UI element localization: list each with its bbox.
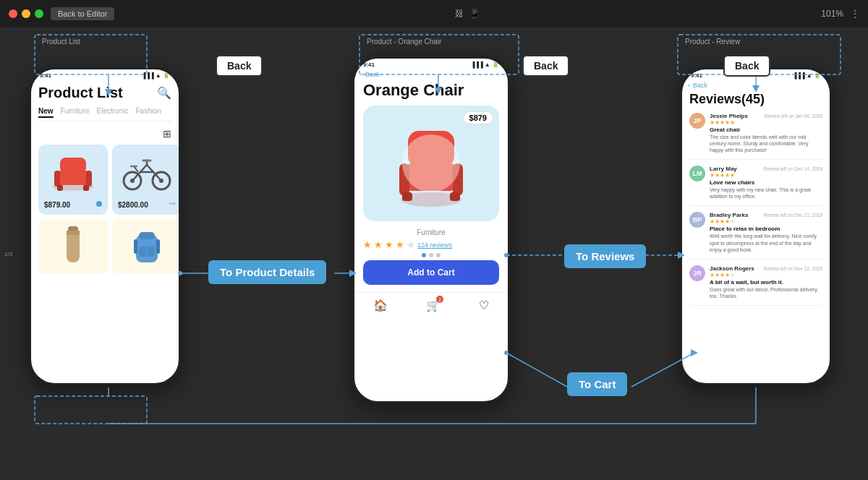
dot-indicator-chair — [96, 201, 102, 207]
svg-rect-45 — [67, 231, 80, 235]
svg-rect-9 — [35, 396, 147, 424]
phone-product-detail: 9:41 ▐▐▐ ▲ 🔋 ‹ Back Orange Chair — [352, 56, 510, 403]
review-text-4: Goes great with our decor. Professional … — [710, 286, 822, 299]
maximize-button[interactable] — [35, 9, 43, 18]
avatar-1: JP — [689, 113, 705, 129]
review-text-2: Very happy with my new chair. This is a … — [710, 187, 822, 200]
svg-rect-31 — [83, 185, 89, 191]
dot-nav — [363, 253, 499, 257]
dot-1[interactable] — [422, 253, 426, 257]
screen2-label: Product - Orange Chair — [367, 38, 441, 46]
product-card-chair[interactable]: $879.00 — [38, 145, 108, 215]
avatar-4: JR — [689, 265, 705, 281]
svg-rect-50 — [134, 239, 137, 254]
review-item-1: JP Jessie Phelps Review left on Jan 06, … — [689, 113, 822, 160]
phone-product-list: 9:41 ▐▐▐ ▲ 🔋 Product List 🔍 New Furnitur… — [29, 67, 181, 385]
more-icon[interactable]: ⋮ — [851, 9, 859, 19]
search-icon[interactable]: 🔍 — [157, 86, 171, 100]
back-chevron-3: ‹ — [688, 82, 690, 89]
dot-2[interactable] — [429, 253, 433, 257]
star4: ★ — [396, 239, 404, 250]
top-bar-center: ⛓ 📱 — [455, 9, 480, 19]
time-1: 9:41 — [40, 72, 51, 79]
product-card-backpack[interactable] — [112, 219, 181, 274]
bike-price: $2800.00 — [118, 201, 148, 209]
category-label: Furniture — [363, 228, 499, 236]
star1: ★ — [363, 239, 372, 250]
phone1-header: Product List 🔍 — [38, 85, 171, 101]
back-label-2[interactable]: Back — [522, 55, 569, 77]
back-label-3[interactable]: Back — [723, 55, 770, 77]
svg-rect-58 — [450, 192, 460, 201]
svg-rect-30 — [57, 185, 63, 191]
review-content-4: Jackson Rogers Review left on Nov 12, 20… — [710, 265, 822, 299]
review-date-2: Review left on Dec 14, 2019 — [764, 166, 822, 171]
back-text-2: Back — [365, 71, 380, 78]
dot-3[interactable] — [436, 253, 441, 257]
chair-price-row: $879.00 — [44, 198, 102, 209]
product-card-bike[interactable]: $2800.00 ••• — [112, 145, 181, 215]
review-title-3: Place to relax in bedroom — [710, 226, 822, 232]
minimize-button[interactable] — [22, 9, 30, 18]
traffic-lights — [9, 9, 43, 18]
svg-rect-27 — [60, 158, 86, 173]
tab-furniture[interactable]: Furniture — [61, 107, 90, 118]
link-icon: ⛓ — [455, 9, 464, 19]
stars-1: ★★★★★ — [710, 119, 822, 126]
phone-icon: 📱 — [469, 9, 480, 19]
stars-row: ★ ★ ★ ★ ★ 124 reviews — [363, 239, 499, 250]
status-bar-2: 9:41 ▐▐▐ ▲ 🔋 — [354, 59, 508, 68]
review-item-2: LM Larry May Review left on Dec 14, 2019… — [689, 166, 822, 206]
reviewer-name-1: Jessie Phelps — [710, 113, 748, 119]
add-to-cart-button[interactable]: Add to Cart — [363, 260, 499, 285]
review-title-4: A bit of a wait, but worth it. — [710, 279, 822, 286]
svg-rect-28 — [54, 171, 60, 187]
svg-rect-29 — [86, 171, 92, 187]
stars-4: ★★★★★ — [710, 272, 822, 278]
to-product-details-label[interactable]: To Product Details — [208, 260, 326, 284]
back-chevron-2: ‹ — [360, 71, 362, 78]
reviews-title: Reviews(45) — [689, 92, 822, 107]
back-label-1[interactable]: Back — [216, 55, 263, 77]
reviewer-name-3: Bradley Parks — [710, 212, 748, 218]
more-icon-bike[interactable]: ••• — [169, 200, 176, 207]
review-count-link[interactable]: 124 reviews — [417, 241, 452, 249]
review-content-3: Bradley Parks Review left on Dec 11, 201… — [710, 212, 822, 252]
bottom-nav-2: 🏠 🛒2 ♡ — [354, 292, 508, 318]
top-bar: Back to Editor ⛓ 📱 101% ⋮ — [0, 0, 868, 27]
top-bar-right: 101% ⋮ — [821, 9, 859, 19]
stars-2: ★★★★★ — [710, 172, 822, 179]
phone-reviews: 9:41 ▐▐▐ ▲ 🔋 ‹ Back Reviews(45) JP Jessi… — [680, 67, 832, 385]
back-text-3: Back — [693, 82, 707, 89]
back-to-editor-button[interactable]: Back to Editor — [51, 7, 114, 20]
home-icon[interactable]: 🏠 — [373, 299, 388, 312]
reviewer-name-2: Larry May — [710, 166, 737, 172]
avatar-2: LM — [689, 166, 705, 181]
zoom-level: 101% — [821, 9, 843, 19]
back-nav-3[interactable]: ‹ Back — [682, 79, 830, 92]
to-reviews-label[interactable]: To Reviews — [564, 244, 646, 268]
thermos-svg — [55, 225, 91, 268]
product-card-thermos[interactable] — [38, 219, 108, 274]
review-title-2: Love new chairs — [710, 179, 822, 186]
tab-electronic[interactable]: Electronic — [97, 107, 129, 118]
star2: ★ — [374, 239, 383, 250]
tab-fashion[interactable]: Fashion — [135, 107, 161, 118]
to-cart-label[interactable]: To Cart — [567, 372, 627, 396]
status-icons-2: ▐▐▐ ▲ 🔋 — [471, 61, 499, 68]
review-text-3: Well worth the long wait for delivery. N… — [710, 233, 822, 252]
reviewer-name-4: Jackson Rogers — [710, 265, 754, 272]
close-button[interactable] — [9, 9, 17, 18]
grid-view-icon[interactable]: ⊞ — [163, 128, 171, 140]
bike-svg — [118, 150, 176, 194]
cart-icon[interactable]: 🛒2 — [426, 299, 441, 312]
chair-svg — [44, 150, 102, 194]
tab-new[interactable]: New — [38, 107, 54, 118]
heart-icon[interactable]: ♡ — [479, 299, 489, 312]
review-content-2: Larry May Review left on Dec 14, 2019 ★★… — [710, 166, 822, 200]
review-date-1: Review left on Jan 06, 2020 — [765, 113, 822, 119]
back-nav-2[interactable]: ‹ Back — [354, 68, 508, 81]
tabs-row[interactable]: New Furniture Electronic Fashion — [38, 107, 171, 121]
star5-empty: ★ — [407, 239, 415, 250]
status-icons-1: ▐▐▐ ▲ 🔋 — [142, 72, 170, 79]
